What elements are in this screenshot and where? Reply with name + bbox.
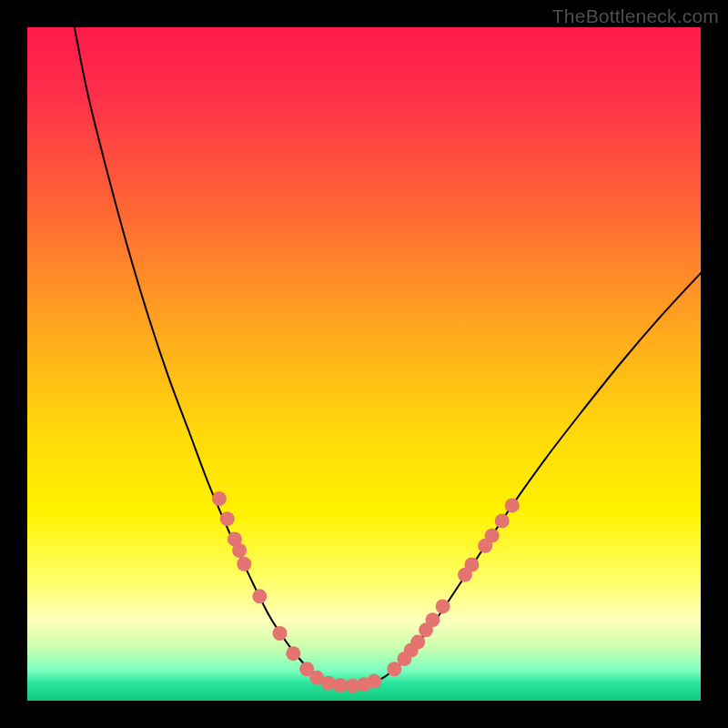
data-point [232,543,247,558]
data-point [286,646,300,661]
data-point [321,676,336,691]
data-point [252,589,267,603]
data-point [425,612,440,627]
data-point [505,498,520,512]
data-point [212,491,227,506]
data-point [495,513,510,528]
plot-area [27,27,701,701]
data-point [220,511,235,526]
background-gradient [27,27,701,701]
chart-frame: TheBottleneck.com [0,0,728,728]
data-point [410,635,425,650]
data-point [485,529,500,543]
data-point [237,557,251,571]
data-point [273,626,288,641]
data-point [367,674,381,689]
data-point [464,558,479,572]
data-point [436,599,450,613]
chart-svg [27,27,701,701]
watermark-text: TheBottleneck.com [552,5,719,27]
